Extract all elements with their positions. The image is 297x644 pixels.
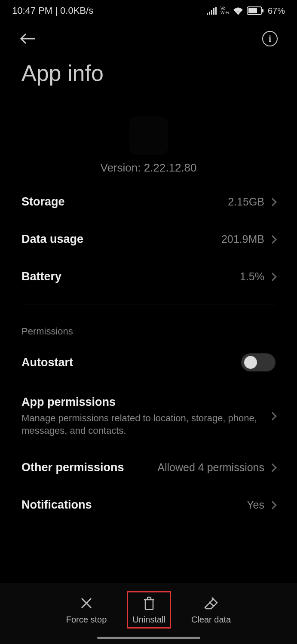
app-permissions-label: App permissions bbox=[21, 396, 269, 409]
chevron-right-icon bbox=[268, 501, 277, 509]
status-bar: 10:47 PM | 0.0KB/s Vo WiFi 67% bbox=[0, 0, 297, 21]
autostart-toggle[interactable] bbox=[241, 353, 276, 371]
storage-label: Storage bbox=[21, 195, 228, 209]
page-title: App info bbox=[0, 52, 297, 103]
wifi-icon bbox=[233, 6, 244, 15]
app-header: Version: 2.22.12.80 bbox=[0, 103, 297, 183]
svg-rect-2 bbox=[211, 10, 212, 15]
battery-row[interactable]: Battery 1.5% bbox=[21, 258, 276, 295]
battery-label: Battery bbox=[21, 270, 240, 283]
bottom-action-bar: Force stop Uninstall Clear data bbox=[0, 583, 297, 644]
svg-rect-6 bbox=[248, 8, 257, 13]
chevron-right-icon bbox=[268, 198, 277, 206]
data-usage-value: 201.9MB bbox=[221, 233, 264, 245]
trash-icon bbox=[141, 595, 157, 611]
storage-value: 2.15GB bbox=[228, 196, 264, 208]
status-time-net: 10:47 PM | 0.0KB/s bbox=[12, 5, 93, 16]
vowifi-bottom: WiFi bbox=[220, 11, 229, 15]
app-icon bbox=[129, 116, 168, 155]
home-indicator[interactable] bbox=[97, 637, 200, 639]
svg-rect-4 bbox=[215, 7, 217, 15]
storage-row[interactable]: Storage 2.15GB bbox=[21, 183, 276, 221]
svg-rect-3 bbox=[213, 8, 214, 15]
notifications-row[interactable]: Notifications Yes bbox=[21, 486, 276, 524]
chevron-right-icon bbox=[268, 273, 277, 281]
toggle-knob bbox=[244, 356, 257, 369]
app-permissions-row[interactable]: App permissions Manage permissions relat… bbox=[21, 383, 276, 449]
signal-icon bbox=[207, 7, 217, 15]
chevron-right-icon bbox=[268, 412, 277, 420]
data-usage-label: Data usage bbox=[21, 233, 221, 246]
uninstall-label: Uninstall bbox=[132, 615, 165, 625]
uninstall-button[interactable]: Uninstall bbox=[127, 591, 171, 629]
divider bbox=[21, 304, 276, 304]
vowifi-indicator: Vo WiFi bbox=[220, 6, 229, 15]
clear-data-label: Clear data bbox=[191, 615, 231, 625]
info-button[interactable] bbox=[262, 31, 278, 46]
nav-bar bbox=[0, 21, 297, 52]
autostart-label: Autostart bbox=[21, 356, 241, 369]
svg-rect-0 bbox=[207, 13, 208, 15]
chevron-right-icon bbox=[268, 463, 277, 472]
battery-value: 1.5% bbox=[240, 270, 264, 283]
eraser-icon bbox=[203, 595, 219, 611]
force-stop-button[interactable]: Force stop bbox=[66, 595, 107, 625]
main-content: Storage 2.15GB Data usage 201.9MB Batter… bbox=[0, 183, 297, 524]
chevron-right-icon bbox=[268, 235, 277, 244]
app-permissions-sub: Manage permissions related to location, … bbox=[21, 412, 269, 437]
other-permissions-row[interactable]: Other permissions Allowed 4 permissions bbox=[21, 449, 276, 486]
other-permissions-value: Allowed 4 permissions bbox=[157, 461, 264, 474]
notifications-label: Notifications bbox=[21, 498, 247, 512]
other-permissions-label: Other permissions bbox=[21, 461, 157, 474]
force-stop-label: Force stop bbox=[66, 615, 107, 625]
clear-data-button[interactable]: Clear data bbox=[191, 595, 231, 625]
back-button[interactable] bbox=[19, 30, 37, 47]
battery-icon bbox=[247, 6, 264, 15]
status-icons: Vo WiFi 67% bbox=[207, 6, 285, 16]
close-icon bbox=[78, 595, 95, 611]
notifications-value: Yes bbox=[247, 499, 264, 511]
app-version: Version: 2.22.12.80 bbox=[0, 161, 297, 175]
data-usage-row[interactable]: Data usage 201.9MB bbox=[21, 221, 276, 258]
autostart-row[interactable]: Autostart bbox=[21, 341, 276, 383]
svg-rect-1 bbox=[209, 12, 210, 15]
permissions-header: Permissions bbox=[21, 313, 276, 341]
battery-percent: 67% bbox=[268, 6, 285, 16]
svg-rect-7 bbox=[262, 9, 263, 12]
